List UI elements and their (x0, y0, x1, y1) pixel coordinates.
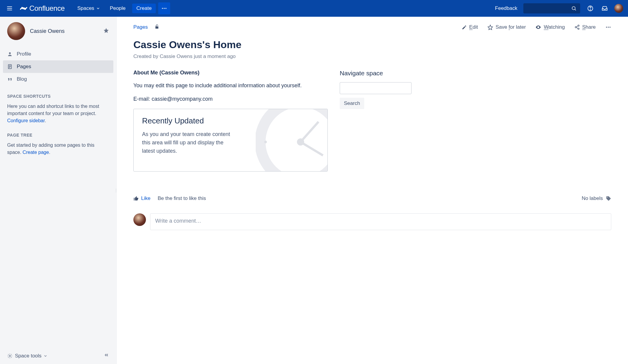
navigate-space-heading: Navigate space (340, 70, 411, 77)
svg-line-20 (576, 26, 578, 27)
panel-title: Recently Updated (142, 116, 319, 126)
save-for-later-button[interactable]: Save for later (487, 24, 526, 30)
unlock-icon (154, 24, 160, 29)
comment-input[interactable]: Write a comment… (150, 213, 611, 230)
help-icon (587, 5, 594, 12)
page-icon (7, 64, 13, 69)
feedback-link[interactable]: Feedback (495, 5, 517, 11)
page-toolbar: Edit Save for later Watching Share (462, 24, 611, 30)
sidebar-shortcuts-hint: Here you can add shortcut links to the m… (0, 101, 116, 126)
breadcrumb-pages[interactable]: Pages (133, 24, 148, 30)
gear-icon (7, 353, 13, 359)
space-tools-button[interactable]: Space tools (15, 353, 42, 359)
quote-icon (7, 77, 13, 82)
sidebar-shortcuts-title: Space Shortcuts (0, 87, 116, 101)
thumbs-up-icon (133, 196, 139, 201)
sidebar-profile: Cassie Owens (0, 17, 116, 43)
svg-point-15 (9, 355, 11, 357)
chevron-down-icon (43, 354, 48, 358)
create-page-link[interactable]: Create page (23, 150, 49, 155)
help-button[interactable] (586, 4, 595, 13)
about-paragraph: You may edit this page to include additi… (133, 82, 328, 89)
sidebar-item-label: Pages (17, 64, 31, 70)
comment-placeholder: Write a comment… (155, 218, 201, 224)
sidebar-pagetree-hint: Get started by adding some pages to this… (0, 140, 116, 158)
like-button[interactable]: Like (133, 195, 150, 201)
svg-point-5 (165, 8, 166, 9)
content-column: About Me (Cassie Owens) You may edit thi… (133, 70, 328, 172)
search-input[interactable] (523, 3, 580, 13)
header-more-button[interactable] (158, 2, 170, 14)
page-top-row: Pages Edit Save for later Watching (133, 20, 611, 34)
svg-point-23 (608, 27, 609, 27)
main-content: Pages Edit Save for later Watching (117, 17, 628, 364)
watching-button[interactable]: Watching (535, 24, 565, 30)
svg-point-4 (164, 8, 164, 9)
star-icon (103, 27, 109, 33)
sidebar-footer: Space tools (0, 348, 116, 364)
collapse-sidebar-button[interactable] (104, 352, 109, 359)
nav-spaces[interactable]: Spaces (73, 0, 104, 17)
confluence-icon (20, 4, 28, 12)
nav-people[interactable]: People (106, 0, 130, 17)
person-icon (7, 51, 13, 57)
recently-updated-panel: Recently Updated As you and your team cr… (133, 109, 328, 172)
comment-avatar (133, 213, 146, 226)
menu-icon (6, 5, 13, 12)
sidebar-item-profile[interactable]: Profile (3, 48, 113, 60)
svg-point-10 (9, 52, 11, 54)
favorite-button[interactable] (103, 27, 109, 35)
sidebar-username: Cassie Owens (30, 28, 65, 34)
no-labels-text: No labels (582, 195, 603, 201)
sidebar-avatar[interactable] (7, 22, 25, 40)
confluence-logo[interactable]: Confluence (20, 4, 65, 13)
sidebar-pagetree-title: Page Tree (0, 126, 116, 140)
content-area: About Me (Cassie Owens) You may edit thi… (133, 70, 611, 172)
chevron-down-icon (96, 6, 100, 10)
svg-line-28 (301, 142, 323, 155)
user-avatar[interactable] (614, 4, 623, 13)
header-left: Confluence Spaces People Create (5, 0, 170, 17)
about-heading: About Me (Cassie Owens) (133, 70, 328, 76)
svg-point-19 (578, 28, 579, 30)
configure-sidebar-link[interactable]: Configure sidebar (7, 118, 45, 123)
eye-icon (535, 24, 541, 30)
sidebar-item-blog[interactable]: Blog (3, 73, 113, 85)
sidebar-item-pages[interactable]: Pages (3, 60, 113, 73)
page-more-button[interactable] (605, 24, 611, 30)
share-button[interactable]: Share (574, 24, 596, 30)
like-label: Like (141, 195, 150, 201)
hamburger-button[interactable] (5, 4, 14, 13)
svg-point-16 (538, 27, 539, 27)
sidebar: Cassie Owens Profile Pages Blog Space Sh… (0, 17, 117, 364)
space-search-button[interactable]: Search (340, 98, 364, 109)
tag-icon[interactable] (606, 196, 611, 201)
header-right: Feedback (495, 3, 623, 13)
sidebar-shortcuts-hint-text: Here you can add shortcut links to the m… (7, 104, 99, 116)
sidebar-item-label: Blog (17, 76, 27, 82)
double-chevron-left-icon (104, 352, 109, 358)
edit-button[interactable]: Edit (462, 24, 478, 30)
save-label: Save for later (496, 24, 526, 30)
email-line: E-mail: cassie@mycompany.com (133, 95, 328, 103)
page-footer: Like Be the first to like this No labels (133, 195, 611, 201)
svg-point-17 (578, 25, 579, 27)
feedback-label: Feedback (495, 5, 517, 11)
labels-area: No labels (582, 195, 611, 201)
watching-label: Watching (544, 24, 565, 30)
restrictions-button[interactable] (154, 24, 160, 30)
space-search-input[interactable] (340, 82, 411, 94)
notifications-button[interactable] (600, 4, 609, 13)
svg-point-24 (609, 27, 610, 27)
create-label: Create (136, 5, 152, 11)
star-outline-icon (487, 25, 493, 30)
svg-line-7 (575, 9, 576, 10)
brand-text: Confluence (29, 4, 65, 13)
create-button[interactable]: Create (132, 4, 156, 13)
navigate-space-column: Navigate space Search (340, 70, 411, 172)
search-icon (571, 6, 577, 11)
resize-handle[interactable]: ⋮ (114, 188, 117, 192)
comment-row: Write a comment… (133, 213, 611, 230)
sidebar-pagetree-hint-text: Get started by adding some pages to this… (7, 143, 94, 155)
ellipsis-icon (605, 24, 611, 30)
